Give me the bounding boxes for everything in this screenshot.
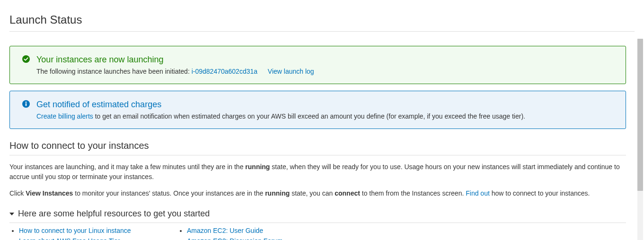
instance-id-link[interactable]: i-09d82470a602cd31a	[192, 68, 257, 75]
alert-title: Your instances are now launching	[36, 55, 616, 65]
text: to them from the Instances screen.	[360, 189, 466, 197]
bold-connect: connect	[335, 189, 360, 197]
text: Your instances are launching, and it may…	[9, 163, 245, 171]
find-out-link[interactable]: Find out	[466, 189, 490, 197]
scrollbar-thumb[interactable]	[637, 39, 643, 191]
resource-column-2: Amazon EC2: User Guide Amazon EC2: Discu…	[177, 227, 345, 240]
view-launch-log-link[interactable]: View launch log	[268, 68, 314, 75]
alert-body-text: to get an email notification when estima…	[95, 112, 525, 120]
text: to monitor your instances' status. Once …	[73, 189, 265, 197]
text: state, you can	[290, 189, 335, 197]
list-item: Learn about AWS Free Usage Tier	[19, 237, 177, 240]
create-billing-alerts-link[interactable]: Create billing alerts	[36, 112, 93, 120]
alert-title: Get notified of estimated charges	[36, 100, 616, 110]
alert-body: The following instance launches have bee…	[36, 68, 616, 75]
check-circle-icon	[22, 55, 30, 63]
info-circle-icon	[22, 100, 30, 108]
text: how to connect to your instances.	[490, 189, 590, 197]
text: Click	[9, 189, 26, 197]
svg-point-0	[22, 55, 30, 63]
alert-body: Create billing alerts to get an email no…	[36, 112, 616, 120]
billing-info-alert: Get notified of estimated charges Create…	[9, 91, 626, 129]
alert-body-text: The following instance launches have bee…	[36, 68, 192, 75]
list-item: Amazon EC2: Discussion Forum	[187, 237, 345, 240]
resource-column-1: How to connect to your Linux instance Le…	[9, 227, 177, 240]
connect-paragraph-1: Your instances are launching, and it may…	[9, 162, 626, 182]
resources-list: How to connect to your Linux instance Le…	[9, 223, 626, 240]
list-item: How to connect to your Linux instance	[19, 227, 177, 234]
svg-rect-3	[26, 103, 26, 106]
launch-success-alert: Your instances are now launching The fol…	[9, 46, 626, 84]
resource-link[interactable]: How to connect to your Linux instance	[19, 227, 131, 234]
resource-link[interactable]: Amazon EC2: Discussion Forum	[187, 237, 282, 240]
caret-down-icon	[9, 209, 14, 219]
page-title: Launch Status	[9, 0, 635, 32]
connect-paragraph-2: Click View Instances to monitor your ins…	[9, 189, 626, 198]
bold-running: running	[245, 163, 270, 171]
resources-toggle[interactable]: Here are some helpful resources to get y…	[9, 205, 626, 223]
svg-point-2	[26, 102, 27, 103]
bold-running: running	[265, 189, 290, 197]
connect-heading: How to connect to your instances	[9, 140, 626, 155]
list-item: Amazon EC2: User Guide	[187, 227, 345, 234]
resources-heading: Here are some helpful resources to get y…	[18, 209, 210, 219]
resource-link[interactable]: Learn about AWS Free Usage Tier	[19, 237, 120, 240]
resource-link[interactable]: Amazon EC2: User Guide	[187, 227, 263, 234]
bold-view-instances: View Instances	[26, 189, 73, 197]
scrollbar[interactable]: ▲ ▼	[637, 39, 643, 240]
